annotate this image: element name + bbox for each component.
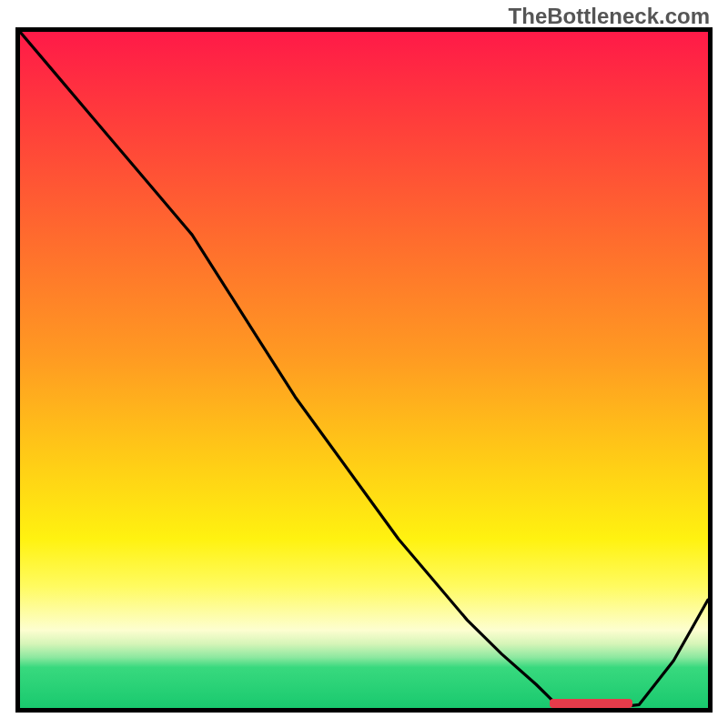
data-line-svg [20,32,708,708]
plot-frame [15,27,713,713]
optimum-highlight-marker [550,699,632,708]
series-line [20,32,708,708]
chart-root: TheBottleneck.com [0,0,728,728]
watermark-text: TheBottleneck.com [509,4,710,29]
